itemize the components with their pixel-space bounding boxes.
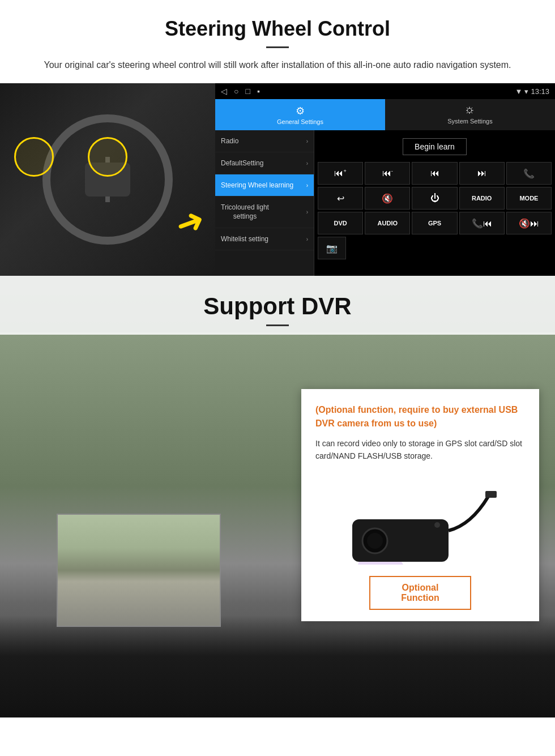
steering-wheel-visual xyxy=(40,112,176,247)
gps-btn-label: GPS xyxy=(428,220,441,227)
mute-next-btn[interactable]: 🔇⏭ xyxy=(506,212,552,234)
menu-panel: Radio › DefaultSetting › Steering Wheel … xyxy=(215,130,314,276)
audio-btn-label: AUDIO xyxy=(378,220,398,227)
gps-btn[interactable]: GPS xyxy=(412,212,457,234)
whitelist-label: Whitelist setting xyxy=(221,235,268,243)
control-row-1: ⏮+ ⏮- ⏮ ⏭ 📞 xyxy=(318,162,552,185)
default-setting-label: DefaultSetting xyxy=(221,159,263,167)
android-screen: ◁ ○ □ ▪ ▼ ▾ 13:13 ⚙ General Settings ⛭ S… xyxy=(215,83,555,276)
dvr-optional-text: (Optional function, require to buy exter… xyxy=(315,403,525,430)
call-icon: 📞 xyxy=(523,168,535,179)
status-bar-nav: ◁ ○ □ ▪ xyxy=(221,87,260,96)
begin-learn-row: Begin learn xyxy=(318,134,552,160)
mute-icon: 🔇 xyxy=(382,193,393,204)
camera-svg xyxy=(341,474,500,565)
yellow-arrow: ➜ xyxy=(170,199,210,246)
camera-cable-shape xyxy=(449,497,488,531)
general-settings-label: General Settings xyxy=(277,118,323,125)
recent-btn[interactable]: □ xyxy=(245,87,250,96)
status-bar-info: ▼ ▾ 13:13 xyxy=(515,87,549,96)
control-row-2: ↩ 🔇 ⏻ RADIO MODE xyxy=(318,187,552,210)
control-row-4: 📷 xyxy=(318,237,552,259)
mode-btn[interactable]: MODE xyxy=(506,187,552,210)
highlight-circle-left xyxy=(14,137,54,177)
vol-up-btn[interactable]: ⏮+ xyxy=(318,162,363,185)
tab-system-settings[interactable]: ⛭ System Settings xyxy=(385,99,555,130)
power-icon: ⏻ xyxy=(430,193,439,203)
camera-lens-inner xyxy=(367,533,383,549)
back-btn[interactable]: ◁ xyxy=(221,87,227,96)
vol-up-icon: ⏮+ xyxy=(334,168,346,178)
dvr-small-cam-preview xyxy=(57,514,221,627)
prev-icon: ⏮ xyxy=(430,168,439,178)
hang-up-btn[interactable]: ↩ xyxy=(318,187,363,210)
dvd-btn[interactable]: DVD xyxy=(318,212,363,234)
default-arrow: › xyxy=(306,160,308,166)
next-btn[interactable]: ⏭ xyxy=(459,162,505,185)
steering-wheel-label: Steering Wheel learning xyxy=(221,181,293,189)
mode-btn-label: MODE xyxy=(519,195,538,202)
dvr-title-area: Support DVR xyxy=(0,276,555,335)
menu-item-default-setting[interactable]: DefaultSetting › xyxy=(215,152,314,174)
title-divider xyxy=(266,46,289,48)
menu-item-whitelist[interactable]: Whitelist setting › xyxy=(215,228,314,250)
hang-up-icon: ↩ xyxy=(337,193,344,204)
dashboard-area xyxy=(0,616,555,717)
status-bar: ◁ ○ □ ▪ ▼ ▾ 13:13 xyxy=(215,83,555,99)
signal-icon: ▼ xyxy=(515,87,523,96)
menu-item-steering-wheel[interactable]: Steering Wheel learning › xyxy=(215,174,314,197)
optional-function-button[interactable]: Optional Function xyxy=(369,576,471,610)
control-row-3: DVD AUDIO GPS 📞⏮ 🔇⏭ xyxy=(318,212,552,234)
call-prev-icon: 📞⏮ xyxy=(472,218,492,229)
dvr-section: Support DVR (Optional function, require … xyxy=(0,276,555,717)
steering-section: Steering Wheel Control Your original car… xyxy=(0,0,555,72)
system-settings-label: System Settings xyxy=(447,118,492,125)
dvr-divider xyxy=(266,324,289,326)
camera-btn[interactable]: 📷 xyxy=(318,237,346,259)
home-btn[interactable]: ○ xyxy=(234,87,238,96)
radio-label: Radio xyxy=(221,137,238,145)
steering-wheel-photo: ➜ xyxy=(0,83,215,276)
wifi-icon: ▾ xyxy=(524,87,528,96)
highlight-circle-right xyxy=(88,137,127,177)
vol-down-btn[interactable]: ⏮- xyxy=(365,162,410,185)
screenshot-container: ➜ ◁ ○ □ ▪ ▼ ▾ 13:13 ⚙ General Settings xyxy=(0,83,555,276)
dvr-camera-illustration xyxy=(341,474,500,565)
call-prev-btn[interactable]: 📞⏮ xyxy=(459,212,505,234)
menu-btn[interactable]: ▪ xyxy=(257,87,260,96)
vol-down-icon: ⏮- xyxy=(382,168,393,178)
mute-btn[interactable]: 🔇 xyxy=(365,187,410,210)
buttons-panel: Begin learn ⏮+ ⏮- ⏮ ⏭ 📞 ↩ 🔇 ⏻ RADIO MODE xyxy=(314,130,555,276)
whitelist-arrow: › xyxy=(306,236,308,242)
radio-btn[interactable]: RADIO xyxy=(459,187,505,210)
dvr-title: Support DVR xyxy=(0,293,555,320)
call-btn[interactable]: 📞 xyxy=(506,162,552,185)
dvr-info-box: (Optional function, require to buy exter… xyxy=(301,389,539,621)
menu-item-radio[interactable]: Radio › xyxy=(215,130,314,152)
clock: 13:13 xyxy=(531,87,549,96)
tricolour-label: Tricoloured lightsettings xyxy=(221,203,269,221)
usb-plug-shape xyxy=(485,491,497,498)
menu-item-tricolour[interactable]: Tricoloured lightsettings › xyxy=(215,197,314,228)
prev-btn[interactable]: ⏮ xyxy=(412,162,457,185)
steering-arrow: › xyxy=(306,182,308,189)
tab-general-settings[interactable]: ⚙ General Settings xyxy=(215,99,385,130)
screen-content: Radio › DefaultSetting › Steering Wheel … xyxy=(215,130,555,276)
radio-arrow: › xyxy=(306,138,308,144)
steering-description: Your original car's steering wheel contr… xyxy=(23,58,532,72)
mute-next-icon: 🔇⏭ xyxy=(519,218,539,229)
power-btn[interactable]: ⏻ xyxy=(412,187,457,210)
tricolour-arrow: › xyxy=(306,209,308,215)
dvd-btn-label: DVD xyxy=(334,220,347,227)
dvr-body-text: It can record video only to storage in G… xyxy=(315,437,525,463)
camera-icon: 📷 xyxy=(326,243,338,254)
cam-road-scene xyxy=(58,515,220,626)
tab-bar: ⚙ General Settings ⛭ System Settings xyxy=(215,99,555,130)
system-icon: ⛭ xyxy=(465,105,475,117)
audio-btn[interactable]: AUDIO xyxy=(365,212,410,234)
gear-icon: ⚙ xyxy=(296,105,305,117)
next-icon: ⏭ xyxy=(477,168,486,178)
begin-learn-button[interactable]: Begin learn xyxy=(403,138,467,155)
camera-light xyxy=(434,522,440,528)
radio-btn-label: RADIO xyxy=(472,195,492,202)
